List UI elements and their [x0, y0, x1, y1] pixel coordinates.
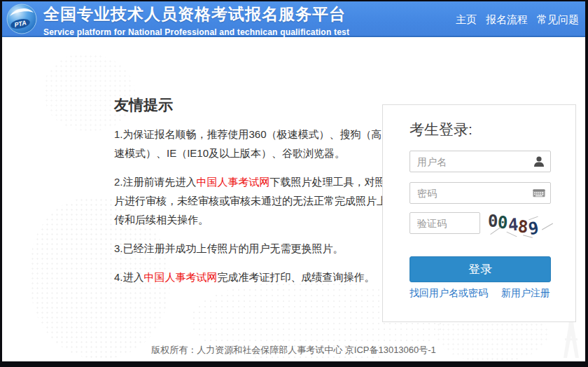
- login-panel: 考生登录:: [382, 104, 576, 322]
- top-nav: 主页 报名流程 常见问题: [456, 13, 579, 27]
- username-row: [410, 151, 551, 172]
- header: PTA 全国专业技术人员资格考试报名服务平台 Service platform …: [2, 1, 585, 37]
- tip-text: 1.为保证报名顺畅，推荐使用360（极速模式）、搜狗（高速模式）、IE（IE10…: [114, 128, 382, 159]
- pta-logo: PTA: [6, 4, 37, 34]
- tip-text: 2.注册前请先进入: [114, 176, 197, 188]
- captcha-image[interactable]: 0 0 4 8 9: [488, 212, 552, 237]
- footer-copyright: 版权所有：人力资源和社会保障部人事考试中心 京ICP备13013060号-1: [2, 344, 585, 356]
- captcha-row: [410, 212, 480, 234]
- nav-registration-process[interactable]: 报名流程: [486, 13, 528, 27]
- tip-text: 4.进入: [114, 271, 144, 283]
- captcha-digits: 0 0 4 8 9: [488, 212, 552, 233]
- friendly-tips: 友情提示 1.为保证报名顺畅，推荐使用360（极速模式）、搜狗（高速模式）、IE…: [114, 95, 387, 286]
- captcha-input[interactable]: [410, 212, 480, 234]
- tip-item-1: 1.为保证报名顺畅，推荐使用360（极速模式）、搜狗（高速模式）、IE（IE10…: [114, 125, 387, 162]
- login-button[interactable]: 登录: [410, 256, 551, 282]
- tip-text: 3.已经注册并成功上传照片的用户无需更换照片。: [114, 242, 344, 254]
- cpta-site-link[interactable]: 中国人事考试网: [197, 176, 270, 188]
- nav-home[interactable]: 主页: [456, 13, 477, 27]
- tips-heading: 友情提示: [114, 95, 387, 115]
- password-row: [410, 182, 551, 204]
- tip-item-3: 3.已经注册并成功上传照片的用户无需更换照片。: [114, 239, 387, 258]
- tip-item-2: 2.注册前请先进入中国人事考试网下载照片处理工具，对照片进行审核，未经审核或审核…: [114, 172, 387, 229]
- login-title: 考生登录:: [410, 120, 472, 139]
- cpta-site-link[interactable]: 中国人事考试网: [144, 271, 218, 283]
- forgot-credentials-link[interactable]: 找回用户名或密码: [410, 287, 488, 300]
- header-titles: 全国专业技术人员资格考试报名服务平台 Service platform for …: [43, 4, 349, 37]
- username-input[interactable]: [410, 151, 551, 172]
- nav-faq[interactable]: 常见问题: [537, 13, 579, 27]
- page-title: 全国专业技术人员资格考试报名服务平台: [43, 4, 349, 25]
- tip-item-4: 4.进入中国人事考试网完成准考证打印、成绩查询操作。: [114, 268, 387, 286]
- page-subtitle: Service platform for National Profession…: [43, 27, 349, 37]
- tip-text: 完成准考证打印、成绩查询操作。: [218, 271, 375, 283]
- password-input[interactable]: [410, 182, 551, 204]
- login-links: 找回用户名或密码 新用户注册: [410, 287, 564, 300]
- page: PTA 全国专业技术人员资格考试报名服务平台 Service platform …: [2, 1, 585, 361]
- new-user-register-link[interactable]: 新用户注册: [501, 287, 550, 300]
